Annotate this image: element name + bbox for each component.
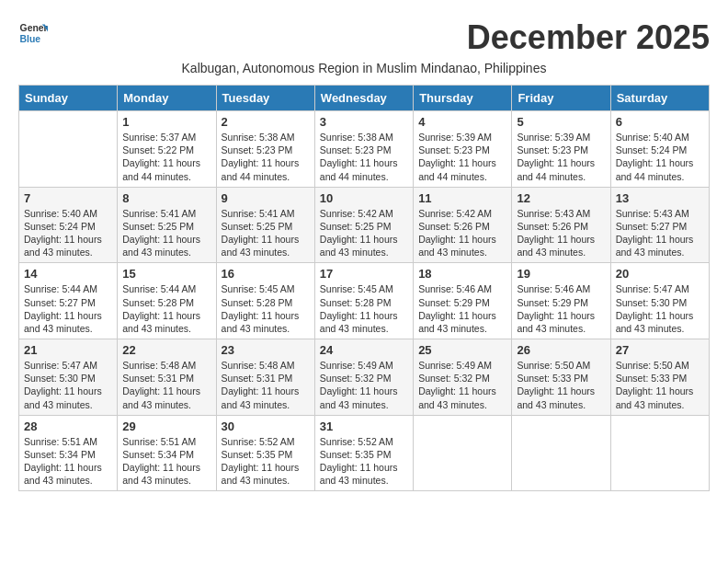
calendar-cell: [19, 111, 118, 188]
day-info: Sunrise: 5:49 AMSunset: 5:32 PMDaylight:…: [418, 359, 506, 411]
day-number: 21: [24, 343, 112, 357]
calendar-table: SundayMondayTuesdayWednesdayThursdayFrid…: [18, 85, 710, 491]
day-info: Sunrise: 5:51 AMSunset: 5:34 PMDaylight:…: [24, 435, 112, 488]
calendar-cell: 12Sunrise: 5:43 AMSunset: 5:26 PMDayligh…: [512, 187, 610, 263]
day-number: 6: [616, 115, 704, 129]
logo: General Blue: [18, 18, 48, 48]
day-number: 24: [320, 343, 408, 357]
calendar-cell: 18Sunrise: 5:46 AMSunset: 5:29 PMDayligh…: [414, 263, 512, 339]
calendar-cell: 16Sunrise: 5:45 AMSunset: 5:28 PMDayligh…: [216, 263, 314, 339]
day-info: Sunrise: 5:38 AMSunset: 5:23 PMDaylight:…: [320, 131, 408, 183]
calendar-cell: 20Sunrise: 5:47 AMSunset: 5:30 PMDayligh…: [610, 263, 709, 339]
calendar-week-row: 7Sunrise: 5:40 AMSunset: 5:24 PMDaylight…: [19, 187, 710, 263]
day-info: Sunrise: 5:44 AMSunset: 5:28 PMDaylight:…: [122, 282, 210, 335]
weekday-header-saturday: Saturday: [610, 86, 709, 111]
day-info: Sunrise: 5:44 AMSunset: 5:27 PMDaylight:…: [24, 282, 112, 335]
day-number: 16: [222, 267, 310, 281]
day-info: Sunrise: 5:40 AMSunset: 5:24 PMDaylight:…: [24, 207, 112, 259]
day-info: Sunrise: 5:48 AMSunset: 5:31 PMDaylight:…: [122, 359, 210, 411]
calendar-cell: 4Sunrise: 5:39 AMSunset: 5:23 PMDaylight…: [414, 111, 512, 188]
day-number: 31: [320, 419, 408, 433]
day-number: 17: [320, 267, 408, 281]
day-info: Sunrise: 5:47 AMSunset: 5:30 PMDaylight:…: [24, 359, 112, 411]
calendar-cell: 1Sunrise: 5:37 AMSunset: 5:22 PMDaylight…: [118, 111, 216, 188]
calendar-cell: [414, 415, 512, 491]
day-info: Sunrise: 5:47 AMSunset: 5:30 PMDaylight:…: [616, 282, 704, 335]
logo-icon: General Blue: [18, 18, 48, 48]
weekday-header-tuesday: Tuesday: [216, 86, 314, 111]
day-number: 28: [24, 419, 112, 433]
day-number: 27: [616, 343, 704, 357]
calendar-cell: 8Sunrise: 5:41 AMSunset: 5:25 PMDaylight…: [118, 187, 216, 263]
day-number: 7: [24, 191, 112, 205]
day-info: Sunrise: 5:48 AMSunset: 5:31 PMDaylight:…: [222, 359, 310, 411]
day-number: 29: [122, 419, 210, 433]
day-info: Sunrise: 5:42 AMSunset: 5:25 PMDaylight:…: [320, 207, 408, 259]
calendar-header-row: SundayMondayTuesdayWednesdayThursdayFrid…: [19, 86, 710, 111]
day-info: Sunrise: 5:39 AMSunset: 5:23 PMDaylight:…: [418, 131, 506, 183]
day-info: Sunrise: 5:50 AMSunset: 5:33 PMDaylight:…: [616, 359, 704, 411]
day-info: Sunrise: 5:41 AMSunset: 5:25 PMDaylight:…: [222, 207, 310, 259]
calendar-cell: 11Sunrise: 5:42 AMSunset: 5:26 PMDayligh…: [414, 187, 512, 263]
svg-text:Blue: Blue: [20, 34, 41, 44]
calendar-cell: 9Sunrise: 5:41 AMSunset: 5:25 PMDaylight…: [216, 187, 314, 263]
calendar-cell: 17Sunrise: 5:45 AMSunset: 5:28 PMDayligh…: [314, 263, 413, 339]
calendar-week-row: 14Sunrise: 5:44 AMSunset: 5:27 PMDayligh…: [19, 263, 710, 339]
calendar-cell: 5Sunrise: 5:39 AMSunset: 5:23 PMDaylight…: [512, 111, 610, 188]
calendar-cell: 25Sunrise: 5:49 AMSunset: 5:32 PMDayligh…: [414, 339, 512, 416]
calendar-cell: 7Sunrise: 5:40 AMSunset: 5:24 PMDaylight…: [19, 187, 118, 263]
day-info: Sunrise: 5:43 AMSunset: 5:26 PMDaylight:…: [517, 207, 605, 259]
day-number: 26: [517, 343, 605, 357]
page-header: General Blue December 2025: [18, 18, 710, 57]
day-info: Sunrise: 5:39 AMSunset: 5:23 PMDaylight:…: [517, 131, 605, 183]
day-number: 22: [122, 343, 210, 357]
day-number: 25: [418, 343, 506, 357]
calendar-cell: 31Sunrise: 5:52 AMSunset: 5:35 PMDayligh…: [314, 415, 413, 491]
calendar-cell: 30Sunrise: 5:52 AMSunset: 5:35 PMDayligh…: [216, 415, 314, 491]
calendar-body: 1Sunrise: 5:37 AMSunset: 5:22 PMDaylight…: [19, 111, 710, 491]
calendar-cell: 21Sunrise: 5:47 AMSunset: 5:30 PMDayligh…: [19, 339, 118, 416]
calendar-cell: 19Sunrise: 5:46 AMSunset: 5:29 PMDayligh…: [512, 263, 610, 339]
calendar-cell: 28Sunrise: 5:51 AMSunset: 5:34 PMDayligh…: [19, 415, 118, 491]
day-number: 15: [122, 267, 210, 281]
day-info: Sunrise: 5:52 AMSunset: 5:35 PMDaylight:…: [222, 435, 310, 488]
day-number: 5: [517, 115, 605, 129]
day-number: 11: [418, 191, 506, 205]
subtitle: Kalbugan, Autonomous Region in Muslim Mi…: [18, 61, 710, 75]
calendar-cell: 10Sunrise: 5:42 AMSunset: 5:25 PMDayligh…: [314, 187, 413, 263]
calendar-cell: [512, 415, 610, 491]
calendar-cell: [610, 415, 709, 491]
calendar-cell: 29Sunrise: 5:51 AMSunset: 5:34 PMDayligh…: [118, 415, 216, 491]
calendar-cell: 13Sunrise: 5:43 AMSunset: 5:27 PMDayligh…: [610, 187, 709, 263]
day-info: Sunrise: 5:51 AMSunset: 5:34 PMDaylight:…: [122, 435, 210, 488]
day-info: Sunrise: 5:37 AMSunset: 5:22 PMDaylight:…: [122, 131, 210, 183]
day-info: Sunrise: 5:52 AMSunset: 5:35 PMDaylight:…: [320, 435, 408, 488]
day-number: 2: [222, 115, 310, 129]
day-number: 1: [122, 115, 210, 129]
day-number: 4: [418, 115, 506, 129]
day-number: 9: [222, 191, 310, 205]
day-number: 13: [616, 191, 704, 205]
weekday-header-thursday: Thursday: [414, 86, 512, 111]
day-number: 12: [517, 191, 605, 205]
calendar-cell: 14Sunrise: 5:44 AMSunset: 5:27 PMDayligh…: [19, 263, 118, 339]
calendar-cell: 6Sunrise: 5:40 AMSunset: 5:24 PMDaylight…: [610, 111, 709, 188]
day-number: 19: [517, 267, 605, 281]
calendar-cell: 26Sunrise: 5:50 AMSunset: 5:33 PMDayligh…: [512, 339, 610, 416]
day-number: 3: [320, 115, 408, 129]
calendar-cell: 22Sunrise: 5:48 AMSunset: 5:31 PMDayligh…: [118, 339, 216, 416]
day-info: Sunrise: 5:49 AMSunset: 5:32 PMDaylight:…: [320, 359, 408, 411]
day-info: Sunrise: 5:40 AMSunset: 5:24 PMDaylight:…: [616, 131, 704, 183]
calendar-cell: 23Sunrise: 5:48 AMSunset: 5:31 PMDayligh…: [216, 339, 314, 416]
calendar-cell: 27Sunrise: 5:50 AMSunset: 5:33 PMDayligh…: [610, 339, 709, 416]
weekday-header-wednesday: Wednesday: [314, 86, 413, 111]
calendar-week-row: 1Sunrise: 5:37 AMSunset: 5:22 PMDaylight…: [19, 111, 710, 188]
day-number: 20: [616, 267, 704, 281]
calendar-week-row: 28Sunrise: 5:51 AMSunset: 5:34 PMDayligh…: [19, 415, 710, 491]
calendar-cell: 15Sunrise: 5:44 AMSunset: 5:28 PMDayligh…: [118, 263, 216, 339]
weekday-header-friday: Friday: [512, 86, 610, 111]
calendar-week-row: 21Sunrise: 5:47 AMSunset: 5:30 PMDayligh…: [19, 339, 710, 416]
day-info: Sunrise: 5:45 AMSunset: 5:28 PMDaylight:…: [320, 282, 408, 335]
day-info: Sunrise: 5:43 AMSunset: 5:27 PMDaylight:…: [616, 207, 704, 259]
day-info: Sunrise: 5:42 AMSunset: 5:26 PMDaylight:…: [418, 207, 506, 259]
